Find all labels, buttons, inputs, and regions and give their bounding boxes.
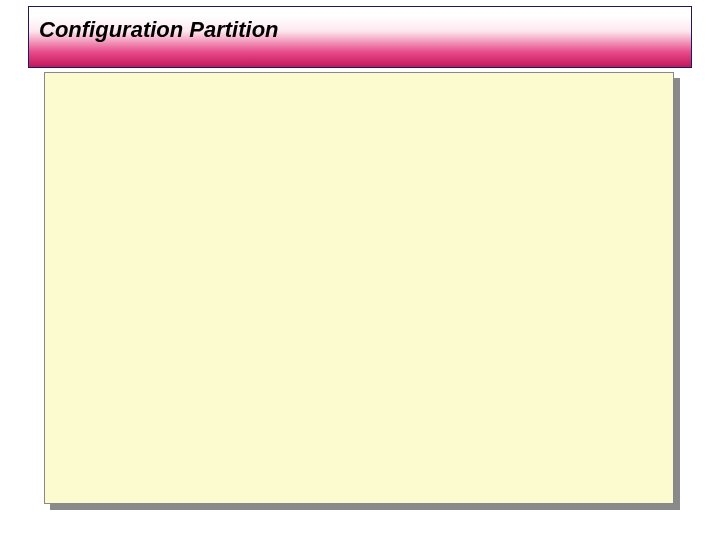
slide-title: Configuration Partition <box>39 17 279 43</box>
header-bar: Configuration Partition <box>28 6 692 68</box>
content-panel <box>44 72 674 504</box>
slide-container: Configuration Partition <box>28 6 692 510</box>
